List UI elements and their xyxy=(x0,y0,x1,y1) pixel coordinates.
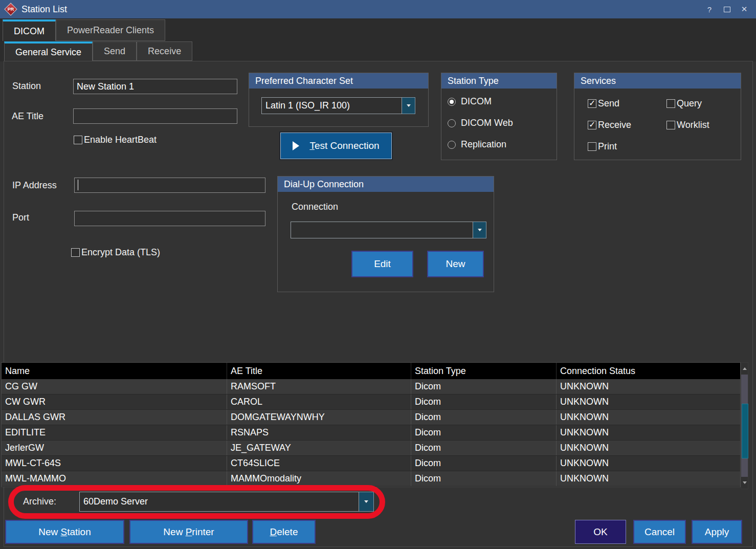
encrypt-tls-checkbox[interactable]: Encrypt Data (TLS) xyxy=(71,247,160,258)
table-cell: Dicom xyxy=(411,441,557,455)
column-header-name[interactable]: Name xyxy=(2,363,227,379)
table-cell: EDITLITE xyxy=(2,425,227,440)
table-row[interactable]: MWL-CT-64SCT64SLICEDicomUNKNOWN xyxy=(2,456,740,471)
radio-icon xyxy=(448,141,456,149)
connection-combobox[interactable] xyxy=(291,222,486,238)
radio-option-replication[interactable]: Replication xyxy=(448,139,549,150)
tab-send[interactable]: Send xyxy=(93,41,137,61)
checkbox-option-send[interactable]: Send xyxy=(588,98,666,109)
new-printer-button[interactable]: New Printer xyxy=(129,520,248,544)
table-cell: CAROL xyxy=(227,394,411,409)
combobox-value: 60Demo Server xyxy=(79,492,359,512)
maximize-button[interactable] xyxy=(718,2,736,17)
app-icon: PR xyxy=(4,3,17,16)
radio-option-dicom-web[interactable]: DICOM Web xyxy=(448,118,549,128)
new-button[interactable]: New xyxy=(427,251,484,277)
table-cell: Dicom xyxy=(411,394,557,409)
station-type-options: DICOMDICOM WebReplication xyxy=(441,89,557,150)
station-label: Station xyxy=(12,81,41,92)
radio-label: DICOM Web xyxy=(461,118,513,128)
ok-button[interactable]: OK xyxy=(575,520,626,544)
checkbox-label: Send xyxy=(598,98,619,109)
tab-receive[interactable]: Receive xyxy=(137,41,192,61)
table-cell: UNKNOWN xyxy=(557,425,740,440)
tab-dicom[interactable]: DICOM xyxy=(3,19,56,41)
column-header-ae-title[interactable]: AE Title xyxy=(227,363,411,379)
table-cell: RSNAPS xyxy=(227,425,411,440)
table-cell: RAMSOFT xyxy=(227,379,411,394)
table-cell: Dicom xyxy=(411,379,557,394)
table-cell: UNKNOWN xyxy=(557,441,740,455)
table-cell: Dicom xyxy=(411,410,557,425)
group-header: Dial-Up Connection xyxy=(278,177,494,192)
services-group: Services SendReceivePrintQueryWorklist xyxy=(574,73,741,160)
table-cell: MWL-MAMMO xyxy=(2,471,227,486)
enable-heartbeat-checkbox[interactable]: Enable HeartBeat xyxy=(74,135,157,145)
table-cell: CT64SLICE xyxy=(227,456,411,471)
combobox-value xyxy=(291,222,473,238)
archive-combobox[interactable]: 60Demo Server xyxy=(79,492,374,512)
tab-general-service[interactable]: General Service xyxy=(4,41,93,61)
table-cell: UNKNOWN xyxy=(557,394,740,409)
table-row[interactable]: EDITLITERSNAPSDicomUNKNOWN xyxy=(2,425,740,441)
delete-button[interactable]: Delete xyxy=(252,520,316,544)
column-header-station-type[interactable]: Station Type xyxy=(411,363,557,379)
checkbox-icon xyxy=(666,99,675,108)
text-caret xyxy=(78,180,78,190)
table-row[interactable]: JerlerGWJE_GATEWAYDicomUNKNOWN xyxy=(2,441,740,456)
table-cell: CG GW xyxy=(2,379,227,394)
checkbox-label: Enable HeartBeat xyxy=(84,135,157,145)
close-button[interactable]: ✕ xyxy=(736,2,753,17)
table-cell: UNKNOWN xyxy=(557,410,740,425)
character-set-combobox[interactable]: Latin 1 (ISO_IR 100) xyxy=(261,97,415,114)
ip-address-input[interactable] xyxy=(74,178,265,193)
app-icon-label: PR xyxy=(8,7,14,12)
chevron-down-icon[interactable] xyxy=(473,222,486,238)
table-cell: JE_GATEWAY xyxy=(227,441,411,455)
table-row[interactable]: MWL-MAMMOMAMMOmodalityDicomUNKNOWN xyxy=(2,471,740,487)
table-cell: UNKNOWN xyxy=(557,379,740,394)
ae-title-label: AE Title xyxy=(12,111,43,122)
checkbox-icon xyxy=(666,121,675,129)
port-input[interactable] xyxy=(74,211,265,226)
ip-address-label: IP Address xyxy=(12,180,57,191)
window-title: Station List xyxy=(21,4,67,15)
apply-button[interactable]: Apply xyxy=(692,520,742,544)
radio-label: DICOM xyxy=(461,96,492,107)
station-table-body: CG GWRAMSOFTDicomUNKNOWNCW GWRCAROLDicom… xyxy=(2,379,740,487)
station-input[interactable] xyxy=(73,79,237,94)
checkbox-option-print[interactable]: Print xyxy=(588,141,666,152)
title-bar: PR Station List ? ✕ xyxy=(0,0,756,18)
test-connection-button[interactable]: Test Connection xyxy=(280,133,392,159)
scroll-down-icon[interactable] xyxy=(741,477,748,489)
table-row[interactable]: DALLAS GWRDOMGATEWAYNWHYDicomUNKNOWN xyxy=(2,410,740,425)
help-button[interactable]: ? xyxy=(701,2,718,17)
edit-button[interactable]: Edit xyxy=(351,251,413,277)
tab-powerreader-clients[interactable]: PowerReader Clients xyxy=(56,19,165,41)
chevron-down-icon[interactable] xyxy=(402,97,415,114)
table-row[interactable]: CG GWRAMSOFTDicomUNKNOWN xyxy=(2,379,740,394)
cancel-button[interactable]: Cancel xyxy=(633,520,686,544)
table-cell: MAMMOmodality xyxy=(227,471,411,486)
group-header: Preferred Character Set xyxy=(249,73,428,89)
checkbox-label: Worklist xyxy=(677,120,709,130)
radio-option-dicom[interactable]: DICOM xyxy=(448,96,549,107)
chevron-down-icon[interactable] xyxy=(359,492,374,512)
table-cell: DALLAS GWR xyxy=(2,410,227,425)
maximize-icon xyxy=(724,7,730,12)
ae-title-input[interactable] xyxy=(73,108,237,124)
checkbox-option-receive[interactable]: Receive xyxy=(588,120,666,130)
scrollbar-thumb[interactable] xyxy=(742,404,748,458)
new-station-button[interactable]: New Station xyxy=(5,520,124,544)
table-cell: Dicom xyxy=(411,425,557,440)
window-controls: ? ✕ xyxy=(701,2,753,17)
column-header-connection-status[interactable]: Connection Status xyxy=(557,363,740,379)
station-type-group: Station Type DICOMDICOM WebReplication xyxy=(441,73,557,160)
checkbox-option-query[interactable]: Query xyxy=(666,98,741,109)
scroll-up-icon[interactable] xyxy=(741,363,748,375)
checkbox-option-worklist[interactable]: Worklist xyxy=(666,120,741,130)
table-header-row: NameAE TitleStation TypeConnection Statu… xyxy=(2,363,740,379)
table-row[interactable]: CW GWRCAROLDicomUNKNOWN xyxy=(2,394,740,410)
table-scrollbar[interactable] xyxy=(741,362,748,489)
port-label: Port xyxy=(12,212,29,223)
